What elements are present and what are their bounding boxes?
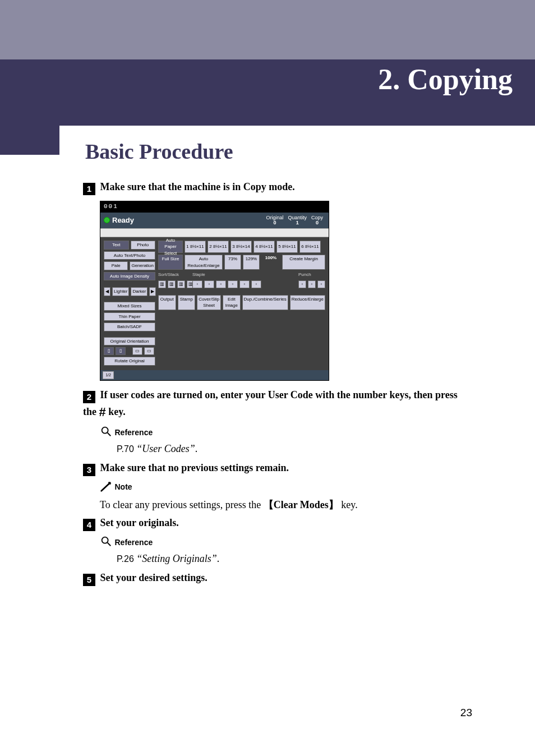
note-text: To clear any previous settings, press th…	[100, 497, 473, 512]
clear-modes-key: Clear Modes	[274, 499, 329, 510]
shot-status: Ready Original0 Quantity1 Copy0	[100, 213, 329, 228]
step-1-number: 1	[83, 183, 95, 195]
btn-orient-1[interactable]: ▯	[104, 347, 114, 355]
btn-pale[interactable]: Pale	[104, 261, 128, 270]
status-text: Ready	[112, 215, 134, 226]
lbl-punch: Punch	[298, 271, 325, 278]
btn-sort-3[interactable]: ▥	[177, 280, 185, 288]
step-5-number: 5	[83, 574, 95, 586]
btn-batch-sadf[interactable]: Batch/SADF	[104, 322, 155, 331]
btn-darker[interactable]: Darker	[131, 287, 147, 296]
btn-staple-5[interactable]: ▫	[239, 280, 250, 288]
reference-link-1: P.70 “User Codes”.	[117, 441, 473, 456]
btn-staple-6[interactable]: ▫	[251, 280, 261, 288]
step-2-number: 2	[83, 391, 95, 403]
btn-rotate-original[interactable]: Rotate Original	[104, 357, 155, 366]
btn-stamp[interactable]: Stamp	[178, 295, 196, 310]
btn-punch-1[interactable]: ▫	[298, 280, 306, 288]
ratio-display: 100%	[261, 255, 280, 270]
btn-full-size[interactable]: Full Size	[158, 255, 183, 270]
reference-header-2: Reference	[100, 534, 473, 549]
btn-staple-1[interactable]: ▫	[192, 280, 202, 288]
btn-orient-2[interactable]: ▯	[116, 347, 126, 355]
btn-staple-4[interactable]: ▫	[228, 280, 238, 288]
btn-create-margin[interactable]: Create Margin	[282, 255, 325, 270]
btn-auto-text-photo[interactable]: Auto Text/Photo	[104, 251, 155, 260]
machine-screenshot: 001 Ready Original0 Quantity1 Copy0 Text…	[100, 201, 329, 381]
reference-icon-2	[100, 535, 112, 547]
btn-orient-4[interactable]: ▭	[144, 347, 154, 355]
svg-point-2	[102, 537, 108, 543]
btn-thin-paper[interactable]: Thin Paper	[104, 312, 155, 321]
note-header: Note	[100, 480, 473, 494]
btn-punch-3[interactable]: ▫	[317, 280, 325, 288]
btn-staple-2[interactable]: ▫	[204, 280, 214, 288]
reference-label: Reference	[115, 428, 153, 437]
tray-4[interactable]: 4 8½×11	[253, 241, 275, 253]
step-3-number: 3	[83, 464, 95, 476]
step-5-text: Set your desired settings.	[100, 572, 207, 583]
original-box: Original0	[264, 215, 285, 226]
btn-orient-3[interactable]: ▭	[132, 347, 142, 355]
shot-right-col: Auto Paper Select 1 8½×11 2 8½×11 3 8½×1…	[158, 241, 325, 366]
shot-body: Text Photo Auto Text/Photo Pale Generati…	[100, 237, 329, 370]
step-2-text: If user codes are turned on, enter your …	[83, 389, 458, 417]
tray-5[interactable]: 5 8½×11	[276, 241, 298, 253]
svg-point-0	[102, 427, 108, 433]
btn-sort-1[interactable]: ▥	[158, 280, 166, 288]
shot-whitebar	[100, 228, 329, 237]
btn-ratio-73[interactable]: 73%	[224, 255, 241, 270]
btn-auto-paper[interactable]: Auto Paper Select	[158, 241, 183, 253]
tray-6[interactable]: 6 8½×11	[299, 241, 321, 253]
quantity-box: Quantity1	[285, 215, 309, 226]
btn-generation[interactable]: Generation	[130, 261, 155, 270]
btn-auto-image-density[interactable]: Auto Image Density	[104, 272, 155, 281]
header-tab	[0, 126, 59, 155]
btn-mixed-sizes[interactable]: Mixed Sizes	[104, 302, 155, 311]
btn-dup-combine[interactable]: Dup./Combine/Series	[242, 295, 288, 310]
step-4-number: 4	[83, 519, 95, 531]
svg-line-1	[108, 433, 111, 436]
btn-output[interactable]: Output	[158, 295, 176, 310]
step-1-text: Make sure that the machine is in Copy mo…	[100, 181, 295, 192]
tray-1[interactable]: 1 8½×11	[185, 241, 206, 253]
btn-auto-reduce-enlarge[interactable]: Auto Reduce/Enlarge	[185, 255, 223, 270]
reference-label-2: Reference	[115, 538, 153, 547]
tray-2[interactable]: 2 8½×11	[207, 241, 229, 253]
btn-ratio-129[interactable]: 129%	[243, 255, 260, 270]
btn-edit-image[interactable]: Edit Image	[223, 295, 241, 310]
step-3: 3 Make sure that no previous settings re…	[83, 460, 473, 476]
lbl-staple: Staple	[192, 271, 297, 278]
reference-header-1: Reference	[100, 425, 473, 439]
shot-left-col: Text Photo Auto Text/Photo Pale Generati…	[104, 241, 155, 366]
copy-box: Copy0	[309, 215, 325, 226]
page-number: 23	[460, 707, 472, 719]
hash-key-glyph: #	[99, 405, 106, 419]
btn-lighter-arrow[interactable]: ◀	[104, 287, 110, 296]
step-1: 1 Make sure that the machine is in Copy …	[83, 179, 473, 195]
btn-reduce-enlarge[interactable]: Reduce/Enlarge	[290, 295, 325, 310]
btn-lighter[interactable]: Lighter	[112, 287, 129, 296]
reference-link-2: P.26 “Setting Originals”.	[117, 551, 473, 566]
svg-line-3	[108, 543, 111, 546]
note-label: Note	[115, 482, 132, 491]
step-3-text: Make sure that no previous settings rema…	[100, 462, 289, 473]
btn-darker-arrow[interactable]: ▶	[149, 287, 156, 296]
btn-original-orientation[interactable]: Original Orientation	[104, 337, 155, 346]
step-4: 4 Set your originals.	[83, 515, 473, 531]
shot-footer: 1/2	[100, 370, 329, 380]
btn-punch-2[interactable]: ▫	[308, 280, 316, 288]
btn-text[interactable]: Text	[104, 241, 129, 250]
btn-sort-2[interactable]: ▥	[168, 280, 176, 288]
footer-page-indicator[interactable]: 1/2	[103, 371, 114, 379]
reference-icon	[100, 425, 112, 437]
chapter-number: 2.	[378, 63, 400, 95]
btn-staple-3[interactable]: ▫	[216, 280, 226, 288]
section-heading: Basic Procedure	[85, 139, 233, 164]
chapter-name: Copying	[407, 63, 513, 95]
step-4-text: Set your originals.	[100, 517, 179, 528]
btn-photo[interactable]: Photo	[131, 241, 156, 250]
tray-3[interactable]: 3 8½×14	[230, 241, 252, 253]
btn-cover-slip[interactable]: Cover/Slip Sheet	[197, 295, 221, 310]
note-icon	[100, 481, 115, 492]
